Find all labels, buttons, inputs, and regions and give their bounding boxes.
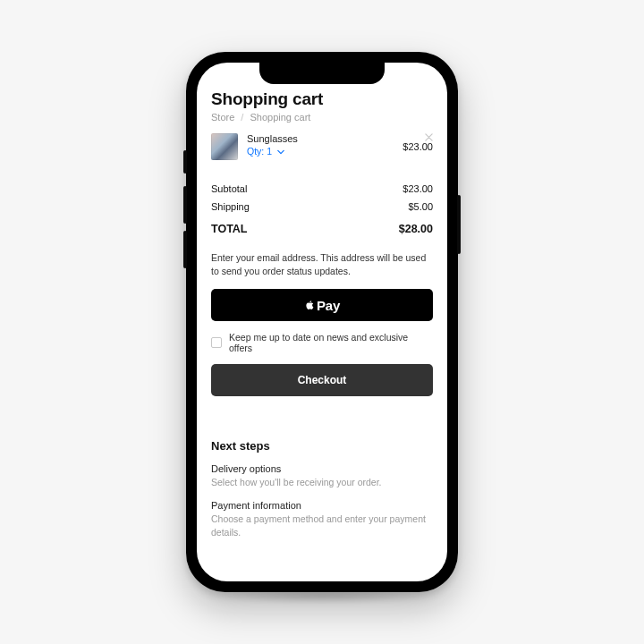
next-step-desc: Choose a payment method and enter your p…	[211, 513, 433, 538]
newsletter-label: Keep me up to date on news and exclusive…	[229, 332, 433, 353]
total-label: TOTAL	[211, 223, 248, 235]
side-button	[183, 231, 187, 268]
subtotal-label: Subtotal	[211, 183, 247, 194]
newsletter-option: Keep me up to date on news and exclusive…	[211, 332, 433, 353]
page-title: Shopping cart	[211, 89, 433, 109]
checkout-button[interactable]: Checkout	[211, 364, 433, 396]
phone-screen: Shopping cart Store / Shopping cart Sung…	[197, 63, 447, 581]
newsletter-checkbox[interactable]	[211, 337, 222, 348]
cart-item: Sunglasses Qty: 1 $23.00	[211, 133, 433, 160]
apple-pay-button[interactable]: Pay	[211, 289, 433, 321]
order-summary: Subtotal $23.00 Shipping $5.00 TOTAL $28…	[211, 180, 433, 239]
product-name: Sunglasses	[247, 133, 394, 144]
total-value: $28.00	[399, 223, 433, 235]
subtotal-row: Subtotal $23.00	[211, 180, 433, 198]
next-step-label: Payment information	[211, 500, 433, 511]
next-steps-section: Next steps Delivery options Select how y…	[211, 439, 433, 538]
quantity-label: Qty: 1	[247, 146, 272, 157]
next-step-item: Delivery options Select how you'll be re…	[211, 463, 433, 489]
email-helper-text: Enter your email address. This address w…	[211, 251, 433, 278]
page-content: Shopping cart Store / Shopping cart Sung…	[197, 63, 447, 581]
apple-pay-label: Pay	[317, 298, 340, 313]
side-button	[183, 186, 187, 224]
side-button	[183, 150, 187, 174]
product-info: Sunglasses Qty: 1	[247, 133, 394, 157]
breadcrumb: Store / Shopping cart	[211, 112, 433, 123]
shipping-row: Shipping $5.00	[211, 198, 433, 216]
next-step-label: Delivery options	[211, 463, 433, 474]
apple-logo-icon	[304, 299, 315, 311]
next-step-item: Payment information Choose a payment met…	[211, 500, 433, 538]
subtotal-value: $23.00	[402, 183, 433, 194]
phone-notch	[259, 63, 385, 84]
breadcrumb-separator: /	[241, 112, 243, 123]
phone-frame: Shopping cart Store / Shopping cart Sung…	[186, 52, 458, 592]
breadcrumb-root[interactable]: Store	[211, 112, 234, 123]
chevron-down-icon	[277, 146, 284, 157]
shipping-label: Shipping	[211, 201, 250, 212]
remove-item-button[interactable]	[425, 133, 433, 143]
next-steps-heading: Next steps	[211, 439, 433, 453]
product-thumbnail[interactable]	[211, 133, 238, 160]
quantity-selector[interactable]: Qty: 1	[247, 146, 394, 157]
next-step-desc: Select how you'll be receiving your orde…	[211, 476, 433, 489]
breadcrumb-current: Shopping cart	[250, 112, 310, 123]
side-button	[457, 195, 461, 254]
total-row: TOTAL $28.00	[211, 219, 433, 239]
shipping-value: $5.00	[408, 201, 433, 212]
